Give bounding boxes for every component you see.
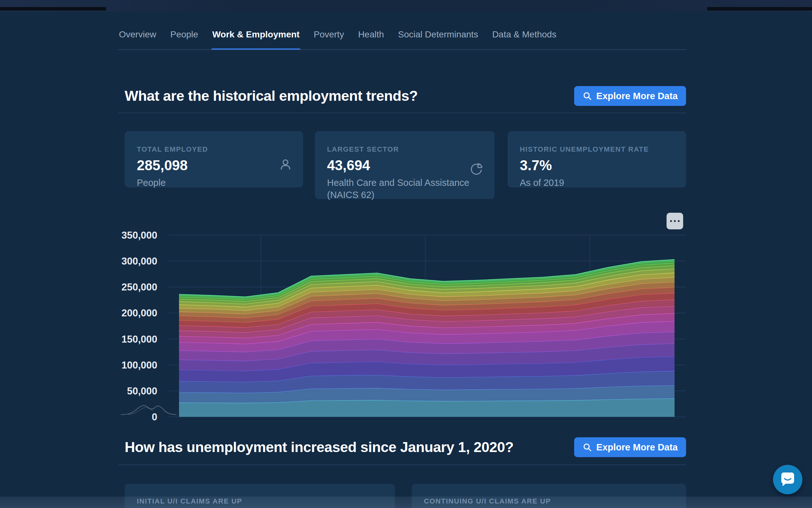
stat-card-total-employed: TOTAL EMPLOYED285,098People [125, 131, 303, 187]
tab-poverty[interactable]: Poverty [313, 19, 345, 50]
tab-overview[interactable]: Overview [118, 19, 157, 50]
employment-stacked-area-chart[interactable]: 350,000300,000250,000200,000150,000100,0… [118, 205, 686, 429]
explore-more-data-button-employment[interactable]: Explore More Data [574, 86, 686, 106]
dashboard-page: OverviewPeopleWork & EmploymentPovertyHe… [0, 0, 812, 508]
tabs-divider [118, 49, 686, 50]
top-strip-artifact-right [707, 7, 812, 10]
stat-card-value: 3.7% [520, 157, 674, 173]
chat-launcher-button[interactable] [773, 465, 802, 494]
mini-sparkline-icon [121, 406, 177, 415]
stat-card-subtitle: As of 2019 [520, 177, 670, 189]
unemployment-section-title: How has unemployment increased since Jan… [125, 439, 514, 456]
stat-card-largest-sector: LARGEST SECTOR43,694Health Care and Soci… [315, 131, 494, 199]
section-tabs: OverviewPeopleWork & EmploymentPovertyHe… [118, 19, 686, 50]
pie-chart-icon [469, 162, 484, 178]
y-axis-tick-label: 100,000 [122, 359, 157, 371]
top-window-strip [0, 0, 812, 11]
employment-section-header: What are the historical employment trend… [125, 84, 686, 108]
y-axis-tick-label: 200,000 [122, 307, 157, 319]
y-axis-tick-label: 250,000 [122, 282, 157, 293]
stat-card-historic-unemployment-rate: HISTORIC UNEMPLOYMENT RATE3.7%As of 2019 [508, 131, 686, 187]
bottom-scroll-overlay [0, 497, 812, 508]
y-axis-tick-label: 50,000 [127, 385, 157, 397]
tab-work-employment[interactable]: Work & Employment [211, 19, 300, 50]
employment-section-title: What are the historical employment trend… [125, 88, 418, 104]
top-strip-artifact-left [0, 7, 106, 10]
stat-card-label: HISTORIC UNEMPLOYMENT RATE [520, 145, 674, 154]
search-icon [582, 91, 592, 101]
chat-bubble-icon [773, 465, 802, 494]
y-axis-tick-label: 0 [152, 411, 157, 423]
y-axis-tick-label: 150,000 [122, 334, 157, 345]
y-axis-tick-label: 350,000 [122, 230, 157, 241]
stat-card-value: 285,098 [137, 157, 291, 173]
stat-card-subtitle: People [137, 177, 287, 189]
stat-card-label: LARGEST SECTOR [327, 145, 482, 154]
y-axis-tick-label: 300,000 [122, 256, 157, 267]
stat-card-value: 43,694 [327, 157, 482, 173]
stat-card-subtitle: Health Care and Social Assistance (NAICS… [327, 177, 477, 201]
section-divider [118, 465, 686, 465]
tab-data-methods[interactable]: Data & Methods [492, 19, 557, 50]
section-divider [118, 113, 686, 113]
unemployment-section-header: How has unemployment increased since Jan… [125, 435, 686, 459]
search-icon [582, 442, 592, 452]
tab-social-determinants[interactable]: Social Determinants [397, 19, 479, 50]
explore-more-data-button-unemployment[interactable]: Explore More Data [574, 437, 686, 457]
explore-more-data-label: Explore More Data [596, 442, 678, 453]
tab-people[interactable]: People [170, 19, 199, 50]
explore-more-data-label: Explore More Data [596, 91, 678, 101]
person-icon [279, 158, 292, 173]
stat-card-label: TOTAL EMPLOYED [137, 145, 291, 154]
tab-health[interactable]: Health [357, 19, 385, 50]
